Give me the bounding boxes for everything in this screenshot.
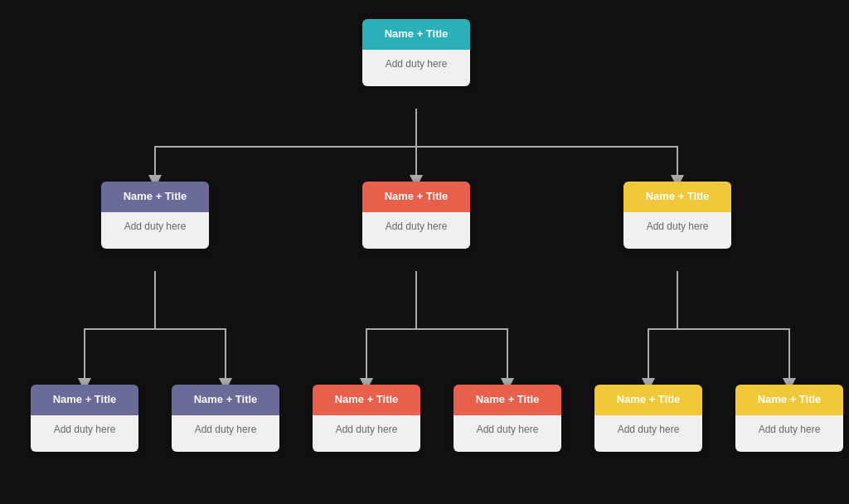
node-l3-cl-body: Add duty here (313, 415, 420, 452)
node-l2-right[interactable]: Name + Title Add duty here (623, 182, 731, 249)
node-l3-cl-name: Name + Title (335, 393, 399, 405)
node-l3-cr[interactable]: Name + Title Add duty here (454, 385, 561, 452)
node-l2-center-header: Name + Title (362, 182, 470, 212)
node-l3-ll-body: Add duty here (31, 415, 138, 452)
node-l3-rl-duty: Add duty here (618, 424, 680, 435)
node-l3-cl[interactable]: Name + Title Add duty here (313, 385, 420, 452)
node-root-header: Name + Title (362, 19, 470, 50)
node-l3-rr-body: Add duty here (735, 415, 843, 452)
node-l3-lr[interactable]: Name + Title Add duty here (172, 385, 279, 452)
org-chart: Name + Title Add duty here Name + Title … (18, 7, 831, 497)
node-l3-rl-name: Name + Title (617, 393, 681, 405)
node-l3-rr-name: Name + Title (758, 393, 822, 405)
node-l2-center-duty: Add duty here (386, 220, 448, 232)
node-l3-cr-name: Name + Title (476, 393, 540, 405)
node-l3-rr-header: Name + Title (735, 385, 843, 415)
node-l3-rr[interactable]: Name + Title Add duty here (735, 385, 843, 452)
node-l2-center[interactable]: Name + Title Add duty here (362, 182, 470, 249)
node-root-duty: Add duty here (386, 58, 448, 70)
node-l2-left[interactable]: Name + Title Add duty here (101, 182, 209, 249)
node-l2-right-body: Add duty here (623, 212, 731, 249)
node-l3-rl[interactable]: Name + Title Add duty here (594, 385, 702, 452)
node-l2-right-header: Name + Title (623, 182, 731, 212)
node-l2-right-duty: Add duty here (647, 220, 709, 232)
node-l3-rl-header: Name + Title (594, 385, 702, 415)
node-l3-lr-name: Name + Title (194, 393, 258, 405)
node-l2-center-name: Name + Title (385, 190, 449, 202)
node-l3-rl-body: Add duty here (594, 415, 702, 452)
node-l3-lr-header: Name + Title (172, 385, 279, 415)
node-l2-left-header: Name + Title (101, 182, 209, 212)
node-l3-cl-header: Name + Title (313, 385, 420, 415)
node-root-name: Name + Title (385, 27, 449, 40)
node-l2-left-body: Add duty here (101, 212, 209, 249)
node-l3-ll[interactable]: Name + Title Add duty here (31, 385, 138, 452)
node-l3-ll-header: Name + Title (31, 385, 138, 415)
node-root-body: Add duty here (362, 50, 470, 86)
node-l3-cl-duty: Add duty here (336, 424, 398, 435)
node-l3-rr-duty: Add duty here (759, 424, 821, 435)
node-l2-center-body: Add duty here (362, 212, 470, 249)
node-l3-cr-duty: Add duty here (477, 424, 539, 435)
node-l3-ll-duty: Add duty here (54, 424, 116, 435)
node-l2-right-name: Name + Title (646, 190, 710, 202)
node-l3-lr-duty: Add duty here (195, 424, 257, 435)
node-l2-left-duty: Add duty here (124, 220, 187, 232)
node-l3-ll-name: Name + Title (53, 393, 117, 405)
node-l3-cr-body: Add duty here (454, 415, 561, 452)
node-l3-lr-body: Add duty here (172, 415, 279, 452)
node-l3-cr-header: Name + Title (454, 385, 561, 415)
node-root[interactable]: Name + Title Add duty here (362, 19, 470, 86)
node-l2-left-name: Name + Title (124, 190, 187, 202)
